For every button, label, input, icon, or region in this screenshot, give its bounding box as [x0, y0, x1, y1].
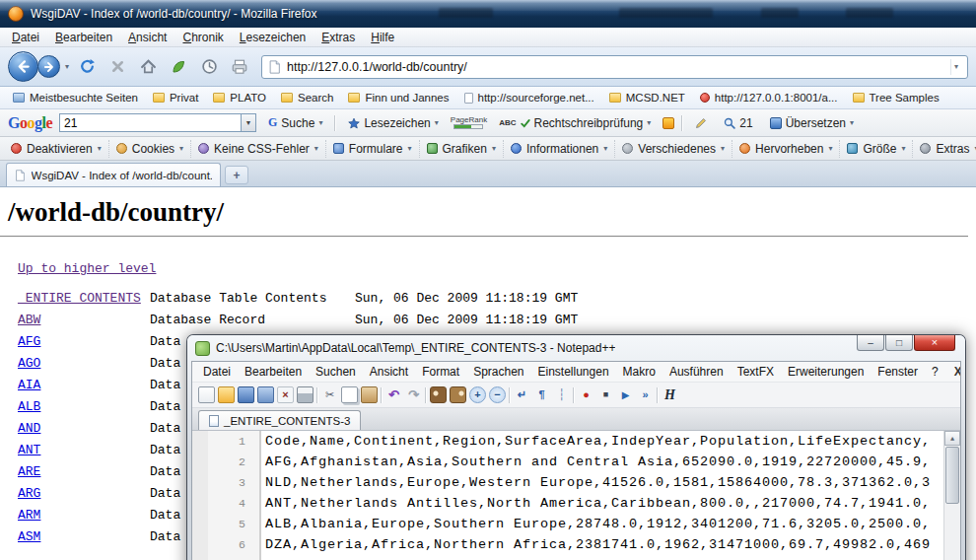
url-bar[interactable]: http://127.0.0.1/world-db/country/ ▾ [261, 55, 968, 79]
record-macro-icon[interactable]: ● [578, 386, 594, 403]
vertical-scrollbar[interactable]: ▲ ▼ [943, 431, 960, 560]
toolbar-separator[interactable] [316, 387, 318, 403]
toolbar-separator[interactable] [657, 387, 659, 403]
html-preview-icon[interactable]: H [662, 386, 678, 403]
menu-item[interactable]: Bearbeiten [47, 29, 120, 46]
entry-link[interactable]: ABW [18, 310, 150, 331]
new-tab-button[interactable]: + [225, 166, 248, 184]
entry-link[interactable]: AGO [18, 353, 150, 375]
show-symbols-icon[interactable]: ¶ [533, 386, 550, 403]
replace-icon[interactable] [450, 386, 466, 403]
close-button[interactable]: × [914, 335, 955, 351]
undo-icon[interactable]: ↶ [385, 386, 402, 403]
print-button[interactable] [227, 54, 252, 80]
document-close-icon[interactable]: X [945, 363, 961, 381]
entry-link[interactable]: AIA [18, 375, 150, 396]
bookmark-item[interactable]: Tree Samples [846, 90, 946, 105]
google-bookmarks-button[interactable]: Lesezeichen ▾ [343, 114, 443, 132]
hit-counter[interactable]: 21 [719, 114, 757, 132]
firefox-titlebar[interactable]: WsgiDAV - Index of /world-db/country/ - … [0, 0, 976, 28]
webdev-menu-item[interactable]: Hervorheben ▾ [732, 140, 840, 158]
webdev-menu-item[interactable]: Cookies ▾ [109, 140, 191, 158]
webdev-menu-item[interactable]: Grafiken ▾ [420, 140, 504, 158]
entry-link[interactable]: AND [18, 418, 150, 440]
webdev-menu-item[interactable]: Extras ▾ [913, 140, 976, 158]
back-button[interactable] [8, 51, 38, 82]
entry-link[interactable]: _ENTIRE_CONTENTS [18, 288, 150, 310]
google-search-input[interactable] [59, 113, 242, 132]
bookmark-item[interactable]: http://sourceforge.net... [457, 90, 601, 105]
notepad-menu-item[interactable]: Fenster [871, 363, 925, 381]
home-button[interactable] [135, 54, 161, 80]
spellcheck-button[interactable]: ABC Rechtschreibprüfung ▾ [494, 114, 656, 132]
webdev-menu-item[interactable]: Informationen ▾ [504, 140, 615, 158]
green-leaf-button[interactable] [166, 54, 191, 80]
notepad-menu-item[interactable]: Format [415, 363, 466, 381]
entry-link[interactable]: ARM [18, 505, 150, 526]
open-folder-icon[interactable] [218, 386, 235, 403]
play-macro-icon[interactable]: ▶ [617, 386, 634, 403]
webdev-menu-item[interactable]: Verschiedenes ▾ [615, 140, 732, 158]
bookmark-item[interactable]: Search [274, 90, 340, 105]
menu-item[interactable]: Ansicht [120, 29, 174, 46]
scrollbar-thumb[interactable] [945, 447, 959, 504]
history-clock-button[interactable] [196, 54, 222, 80]
notepad-menu-item[interactable]: TextFX [731, 363, 781, 381]
menu-item[interactable]: Extras [314, 29, 363, 46]
run-multi-macro-icon[interactable]: » [637, 386, 654, 403]
search-history-dropdown[interactable]: ▼ [242, 113, 256, 132]
autofill-icon[interactable] [662, 117, 674, 129]
entry-link[interactable]: ARE [18, 461, 150, 483]
entry-link[interactable]: AFG [18, 331, 150, 353]
entry-link[interactable]: ALB [18, 396, 150, 418]
notepad-menu-item[interactable]: Erweiterungen [781, 363, 871, 381]
google-search-button[interactable]: G Suche ▾ [263, 113, 327, 132]
up-to-higher-level-link[interactable]: Up to higher level [18, 261, 156, 276]
notepad-titlebar[interactable]: C:\Users\Martin\AppData\Local\Temp\_ENTI… [191, 335, 961, 361]
copy-icon[interactable] [341, 386, 358, 403]
bookmark-item[interactable]: http://127.0.0.1:8001/a... [693, 90, 845, 105]
pagerank-widget[interactable]: PageRank [451, 116, 487, 130]
bookmark-item[interactable]: Finn und Jannes [341, 90, 455, 105]
toolbar-separator[interactable] [509, 387, 511, 403]
new-file-icon[interactable] [198, 386, 215, 403]
save-all-icon[interactable] [257, 386, 274, 403]
scroll-up-arrow-icon[interactable]: ▲ [944, 431, 960, 446]
reload-button[interactable] [74, 54, 100, 80]
zoom-out-icon[interactable]: − [489, 386, 506, 403]
menu-item[interactable]: Hilfe [363, 29, 402, 46]
stop-button[interactable] [105, 54, 130, 80]
minimize-button[interactable]: – [857, 335, 884, 351]
webdev-menu-item[interactable]: Größe ▾ [840, 140, 913, 158]
bookmark-item[interactable]: PLATO [206, 90, 273, 105]
bookmark-item[interactable]: Meistbesuchte Seiten [6, 90, 145, 105]
find-icon[interactable] [430, 386, 447, 403]
maximize-button[interactable]: □ [885, 335, 913, 351]
notepad-editor[interactable]: 1Code,Name,Continent,Region,SurfaceArea,… [192, 431, 960, 560]
cut-icon[interactable]: ✂ [321, 386, 338, 403]
toolbar-separator[interactable] [381, 387, 383, 403]
notepad-menu-item[interactable]: Ansicht [363, 363, 415, 381]
word-wrap-icon[interactable]: ↵ [514, 386, 530, 403]
forward-button[interactable] [37, 55, 60, 78]
history-dropdown-arrow[interactable]: ▾ [65, 63, 69, 71]
url-dropdown-arrow[interactable]: ▾ [950, 59, 961, 75]
highlight-pen-button[interactable] [690, 115, 712, 131]
redo-icon[interactable]: ↷ [405, 386, 422, 403]
webdev-menu-item[interactable]: Formulare ▾ [326, 140, 420, 158]
tab-wsgidav[interactable]: WsgiDAV - Index of /world-db/count... [6, 163, 221, 186]
indent-guide-icon[interactable]: ┆ [553, 386, 570, 403]
notepad-menu-item[interactable]: Makro [616, 363, 662, 381]
toolbar-separator[interactable] [425, 387, 427, 403]
notepad-menu-item[interactable]: Bearbeiten [238, 363, 309, 381]
close-file-icon[interactable]: × [277, 386, 294, 403]
print-icon[interactable] [297, 386, 314, 403]
menu-item[interactable]: Lesezeichen [232, 29, 314, 46]
entry-link[interactable]: ARG [18, 483, 150, 505]
notepad-menu-item[interactable]: Suchen [309, 363, 363, 381]
save-icon[interactable] [238, 386, 254, 403]
webdev-menu-item[interactable]: Deaktivieren ▾ [4, 140, 109, 158]
bookmark-item[interactable]: Privat [146, 90, 205, 105]
notepad-menu-item[interactable]: ? [925, 363, 945, 381]
notepad-document-tab[interactable]: _ENTIRE_CONTENTS-3 [198, 410, 361, 430]
